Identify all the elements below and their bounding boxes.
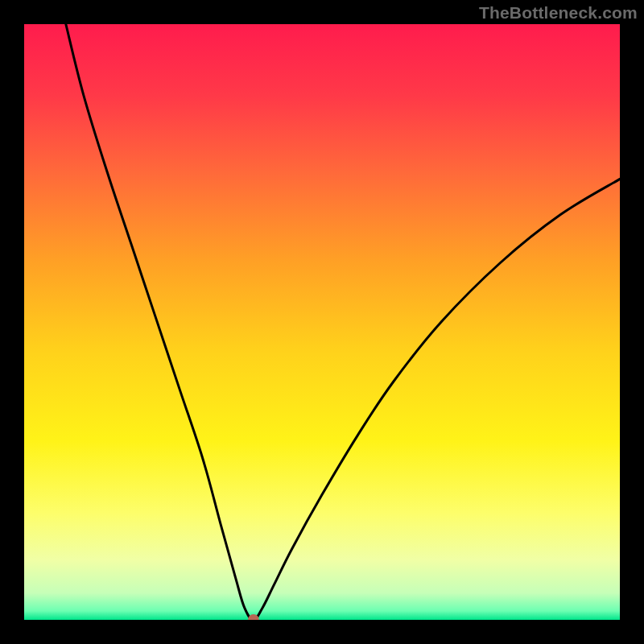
- plot-area: [24, 24, 620, 620]
- chart-frame: TheBottleneck.com: [0, 0, 644, 644]
- chart-svg: [24, 24, 620, 620]
- gradient-background: [24, 24, 620, 620]
- watermark-text: TheBottleneck.com: [479, 3, 638, 23]
